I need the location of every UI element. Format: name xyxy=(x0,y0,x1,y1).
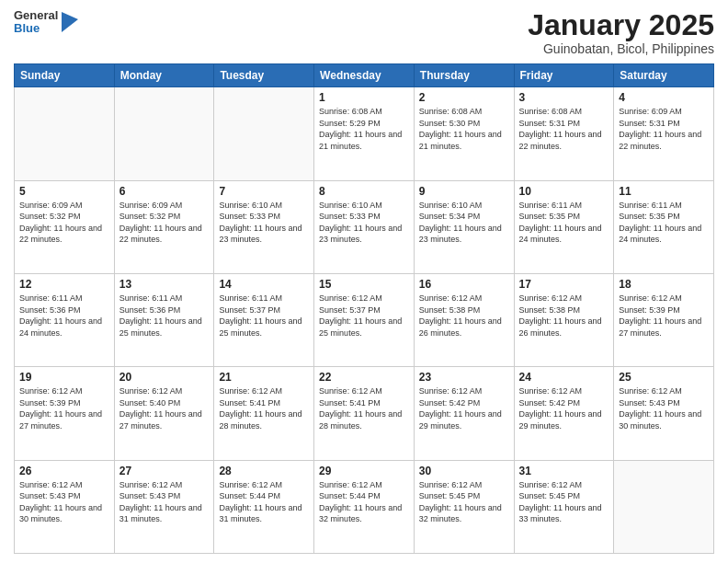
calendar-cell: 2Sunrise: 6:08 AMSunset: 5:30 PMDaylight… xyxy=(414,87,514,180)
calendar-cell: 5Sunrise: 6:09 AMSunset: 5:32 PMDaylight… xyxy=(15,180,115,273)
day-number: 29 xyxy=(319,465,409,477)
month-title: January 2025 xyxy=(528,9,714,41)
calendar-cell: 21Sunrise: 6:12 AMSunset: 5:41 PMDayligh… xyxy=(214,367,314,460)
day-info: Sunrise: 6:09 AMSunset: 5:32 PMDaylight:… xyxy=(119,200,210,246)
day-info: Sunrise: 6:09 AMSunset: 5:31 PMDaylight:… xyxy=(619,106,709,152)
day-info: Sunrise: 6:12 AMSunset: 5:41 PMDaylight:… xyxy=(319,385,409,431)
weekday-header-wednesday: Wednesday xyxy=(314,64,415,87)
weekday-header-row: SundayMondayTuesdayWednesdayThursdayFrid… xyxy=(15,64,714,87)
day-number: 30 xyxy=(419,465,509,477)
day-info: Sunrise: 6:12 AMSunset: 5:43 PMDaylight:… xyxy=(19,479,109,525)
day-info: Sunrise: 6:12 AMSunset: 5:45 PMDaylight:… xyxy=(519,479,609,525)
day-info: Sunrise: 6:12 AMSunset: 5:37 PMDaylight:… xyxy=(319,293,409,339)
day-number: 8 xyxy=(319,185,409,198)
day-number: 11 xyxy=(619,185,709,198)
header: General Blue January 2025 Guinobatan, Bi… xyxy=(14,9,714,56)
day-info: Sunrise: 6:09 AMSunset: 5:32 PMDaylight:… xyxy=(19,200,109,246)
day-info: Sunrise: 6:12 AMSunset: 5:38 PMDaylight:… xyxy=(419,293,509,339)
calendar-cell: 4Sunrise: 6:09 AMSunset: 5:31 PMDaylight… xyxy=(614,87,714,180)
day-number: 18 xyxy=(619,278,709,291)
day-number: 6 xyxy=(119,185,210,198)
title-area: January 2025 Guinobatan, Bicol, Philippi… xyxy=(528,9,714,56)
day-info: Sunrise: 6:12 AMSunset: 5:42 PMDaylight:… xyxy=(419,385,509,431)
calendar-cell xyxy=(114,87,214,180)
day-info: Sunrise: 6:11 AMSunset: 5:36 PMDaylight:… xyxy=(19,293,109,339)
calendar-cell xyxy=(214,87,314,180)
day-number: 7 xyxy=(219,185,309,198)
day-info: Sunrise: 6:12 AMSunset: 5:43 PMDaylight:… xyxy=(119,479,210,525)
day-number: 2 xyxy=(419,91,509,104)
day-number: 21 xyxy=(219,371,309,384)
calendar-cell: 31Sunrise: 6:12 AMSunset: 5:45 PMDayligh… xyxy=(514,460,614,553)
day-info: Sunrise: 6:12 AMSunset: 5:43 PMDaylight:… xyxy=(619,385,709,431)
logo-general: General xyxy=(14,9,58,22)
day-info: Sunrise: 6:12 AMSunset: 5:40 PMDaylight:… xyxy=(119,385,210,431)
calendar-cell: 30Sunrise: 6:12 AMSunset: 5:45 PMDayligh… xyxy=(414,460,514,553)
day-number: 16 xyxy=(419,278,509,291)
page: General Blue January 2025 Guinobatan, Bi… xyxy=(0,0,728,563)
calendar-cell: 11Sunrise: 6:11 AMSunset: 5:35 PMDayligh… xyxy=(614,180,714,273)
calendar-cell: 16Sunrise: 6:12 AMSunset: 5:38 PMDayligh… xyxy=(414,273,514,366)
calendar-cell: 13Sunrise: 6:11 AMSunset: 5:36 PMDayligh… xyxy=(114,273,214,366)
day-info: Sunrise: 6:12 AMSunset: 5:44 PMDaylight:… xyxy=(319,479,409,525)
day-number: 28 xyxy=(219,465,309,477)
day-info: Sunrise: 6:10 AMSunset: 5:33 PMDaylight:… xyxy=(219,200,309,246)
location: Guinobatan, Bicol, Philippines xyxy=(528,41,714,56)
day-number: 22 xyxy=(319,371,409,384)
day-number: 15 xyxy=(319,278,409,291)
day-info: Sunrise: 6:11 AMSunset: 5:37 PMDaylight:… xyxy=(219,293,309,339)
calendar-cell: 20Sunrise: 6:12 AMSunset: 5:40 PMDayligh… xyxy=(114,367,214,460)
calendar-week-4: 26Sunrise: 6:12 AMSunset: 5:43 PMDayligh… xyxy=(15,460,714,553)
calendar-table: SundayMondayTuesdayWednesdayThursdayFrid… xyxy=(14,63,714,554)
calendar-cell xyxy=(614,460,714,553)
weekday-header-saturday: Saturday xyxy=(614,64,714,87)
calendar-cell: 24Sunrise: 6:12 AMSunset: 5:42 PMDayligh… xyxy=(514,367,614,460)
calendar-cell: 17Sunrise: 6:12 AMSunset: 5:38 PMDayligh… xyxy=(514,273,614,366)
day-info: Sunrise: 6:11 AMSunset: 5:35 PMDaylight:… xyxy=(519,200,609,246)
calendar-cell: 26Sunrise: 6:12 AMSunset: 5:43 PMDayligh… xyxy=(15,460,115,553)
day-number: 26 xyxy=(19,465,109,477)
calendar-cell: 22Sunrise: 6:12 AMSunset: 5:41 PMDayligh… xyxy=(314,367,415,460)
day-info: Sunrise: 6:11 AMSunset: 5:35 PMDaylight:… xyxy=(619,200,709,246)
calendar-cell: 14Sunrise: 6:11 AMSunset: 5:37 PMDayligh… xyxy=(214,273,314,366)
day-info: Sunrise: 6:12 AMSunset: 5:45 PMDaylight:… xyxy=(419,479,509,525)
day-number: 31 xyxy=(519,465,609,477)
day-info: Sunrise: 6:08 AMSunset: 5:29 PMDaylight:… xyxy=(319,106,409,152)
calendar-cell: 10Sunrise: 6:11 AMSunset: 5:35 PMDayligh… xyxy=(514,180,614,273)
calendar-cell: 27Sunrise: 6:12 AMSunset: 5:43 PMDayligh… xyxy=(114,460,214,553)
day-number: 17 xyxy=(519,278,609,291)
day-info: Sunrise: 6:10 AMSunset: 5:33 PMDaylight:… xyxy=(319,200,409,246)
day-number: 10 xyxy=(519,185,609,198)
day-number: 3 xyxy=(519,91,609,104)
day-number: 4 xyxy=(619,91,709,104)
day-number: 25 xyxy=(619,371,709,384)
calendar-cell: 28Sunrise: 6:12 AMSunset: 5:44 PMDayligh… xyxy=(214,460,314,553)
calendar-cell: 19Sunrise: 6:12 AMSunset: 5:39 PMDayligh… xyxy=(15,367,115,460)
logo-icon xyxy=(62,12,78,32)
calendar-cell: 7Sunrise: 6:10 AMSunset: 5:33 PMDaylight… xyxy=(214,180,314,273)
day-number: 23 xyxy=(419,371,509,384)
day-info: Sunrise: 6:12 AMSunset: 5:39 PMDaylight:… xyxy=(19,385,109,431)
calendar-cell: 15Sunrise: 6:12 AMSunset: 5:37 PMDayligh… xyxy=(314,273,415,366)
day-number: 12 xyxy=(19,278,109,291)
day-info: Sunrise: 6:12 AMSunset: 5:42 PMDaylight:… xyxy=(519,385,609,431)
logo-text: General Blue xyxy=(14,9,58,36)
day-number: 20 xyxy=(119,371,210,384)
day-info: Sunrise: 6:08 AMSunset: 5:31 PMDaylight:… xyxy=(519,106,609,152)
day-number: 19 xyxy=(19,371,109,384)
day-info: Sunrise: 6:10 AMSunset: 5:34 PMDaylight:… xyxy=(419,200,509,246)
day-info: Sunrise: 6:11 AMSunset: 5:36 PMDaylight:… xyxy=(119,293,210,339)
calendar-cell: 8Sunrise: 6:10 AMSunset: 5:33 PMDaylight… xyxy=(314,180,415,273)
logo: General Blue xyxy=(14,9,78,36)
day-info: Sunrise: 6:08 AMSunset: 5:30 PMDaylight:… xyxy=(419,106,509,152)
day-number: 24 xyxy=(519,371,609,384)
weekday-header-friday: Friday xyxy=(514,64,614,87)
day-number: 9 xyxy=(419,185,509,198)
day-info: Sunrise: 6:12 AMSunset: 5:38 PMDaylight:… xyxy=(519,293,609,339)
weekday-header-sunday: Sunday xyxy=(15,64,115,87)
calendar-cell: 1Sunrise: 6:08 AMSunset: 5:29 PMDaylight… xyxy=(314,87,415,180)
day-info: Sunrise: 6:12 AMSunset: 5:44 PMDaylight:… xyxy=(219,479,309,525)
calendar-cell: 6Sunrise: 6:09 AMSunset: 5:32 PMDaylight… xyxy=(114,180,214,273)
calendar-cell: 3Sunrise: 6:08 AMSunset: 5:31 PMDaylight… xyxy=(514,87,614,180)
day-number: 13 xyxy=(119,278,210,291)
